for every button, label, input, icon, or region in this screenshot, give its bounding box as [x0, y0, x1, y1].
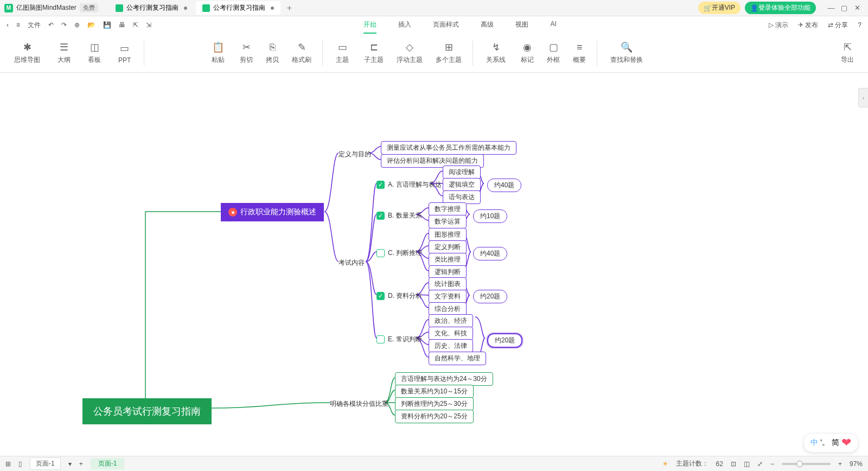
add-page-button[interactable]: + — [79, 460, 83, 468]
page-tab[interactable]: 页面-1 — [91, 458, 125, 469]
save-icon[interactable]: 💾 — [103, 21, 111, 29]
checkbox-icon[interactable] — [376, 292, 385, 300]
leaf-node[interactable]: 判断推理约为25～30分 — [395, 397, 474, 411]
layout2-icon[interactable]: ◫ — [744, 460, 750, 468]
find-replace-button[interactable]: 🔍查找和替换 — [603, 39, 650, 67]
checkbox-icon[interactable] — [376, 335, 385, 343]
leaf-node[interactable]: 类比推理 — [429, 253, 467, 266]
zoom-slider[interactable] — [782, 463, 831, 465]
login-button[interactable]: 👤 登录体验全部功能 — [745, 2, 816, 14]
close-button[interactable]: ✕ — [851, 4, 864, 12]
new-icon[interactable]: ⊕ — [74, 21, 80, 29]
float-topic-button[interactable]: ◇浮动主题 — [391, 39, 428, 67]
view-board[interactable]: ◫看板 — [80, 39, 108, 67]
zoom-in-button[interactable]: + — [838, 460, 842, 468]
view-grid-icon[interactable]: ⊞ — [5, 460, 11, 468]
cat-a[interactable]: A. 言语理解与表达 — [376, 179, 442, 190]
tab-ai[interactable]: AI — [550, 17, 556, 34]
leaf-node[interactable]: 数量关系约为10～15分 — [395, 385, 474, 398]
slider-thumb[interactable] — [796, 461, 803, 467]
tab-view[interactable]: 视图 — [515, 17, 528, 34]
leaf-node[interactable]: 数学运算 — [429, 215, 467, 228]
doc-tab-2[interactable]: 公考行测复习指南 — [196, 1, 280, 15]
undo-icon[interactable]: ↶ — [48, 21, 54, 29]
summary-badge[interactable]: 约40题 — [487, 179, 521, 192]
view-mindmap[interactable]: ✱思维导图 — [7, 39, 48, 67]
tab-adv[interactable]: 高级 — [481, 17, 494, 34]
leaf-node[interactable]: 资料分析约为20～25分 — [395, 410, 474, 423]
format-painter[interactable]: ✎格式刷 — [286, 39, 317, 67]
page-selector[interactable]: 页面-1 — [30, 457, 61, 470]
frame-button[interactable]: ▢外框 — [541, 39, 565, 67]
print-icon[interactable]: 🖶 — [119, 21, 125, 29]
leaf-node[interactable]: 历史、法律 — [429, 339, 473, 353]
summary-button[interactable]: ≡概要 — [567, 40, 591, 67]
publish-button[interactable]: ✈ 发布 — [798, 21, 818, 30]
tab-start[interactable]: 开始 — [363, 17, 376, 34]
summary-badge[interactable]: 约40题 — [473, 247, 507, 260]
leaf-node[interactable]: 数字推理 — [429, 202, 467, 216]
back-icon[interactable]: ‹ — [7, 21, 9, 29]
doc-tab-1[interactable]: 公考行测复习指南 — [109, 1, 194, 15]
leaf-node[interactable]: 言语理解与表达约为24～30分 — [395, 372, 493, 386]
share-button[interactable]: ⇄ 分享 — [828, 21, 848, 30]
leaf-node[interactable]: 自然科学、地理 — [429, 352, 486, 365]
root-node[interactable]: 公务员考试行测复习指南 — [82, 398, 212, 424]
fit-icon[interactable]: ⤢ — [757, 460, 763, 468]
paste-button[interactable]: 📋粘贴 — [204, 39, 232, 67]
topic-button[interactable]: ▭主题 — [328, 39, 356, 67]
help-icon[interactable]: ? — [858, 21, 861, 29]
copy-button[interactable]: ⎘拷贝 — [260, 40, 284, 67]
mark-button[interactable]: ◉标记 — [515, 39, 539, 67]
section-node[interactable]: ★行政职业能力测验概述 — [221, 203, 324, 221]
summary-badge-selected[interactable]: 约20题 — [487, 333, 522, 348]
content-node[interactable]: 考试内容 — [339, 257, 365, 269]
leaf-node[interactable]: 文字资料 — [429, 290, 467, 303]
maximize-button[interactable]: ▢ — [838, 4, 851, 12]
relation-button[interactable]: ↯关系线 — [478, 39, 513, 67]
cat-d[interactable]: D. 资料分析 — [376, 290, 422, 302]
leaf-node[interactable]: 文化、科技 — [429, 327, 473, 340]
view-ppt[interactable]: ▭PPT — [111, 40, 138, 66]
leaf-node[interactable]: 定义判断 — [429, 240, 467, 254]
layout-icon[interactable]: ⊡ — [731, 460, 736, 468]
minimize-button[interactable]: — — [825, 4, 838, 12]
present-button[interactable]: ▷ 演示 — [769, 21, 788, 30]
def-node[interactable]: 定义与目的 — [339, 149, 371, 160]
cat-c[interactable]: C. 判断推理 — [376, 247, 422, 259]
export-icon[interactable]: ⇱ — [133, 21, 138, 29]
tab-insert[interactable]: 插入 — [398, 17, 411, 34]
menu-icon[interactable]: ≡ — [16, 21, 20, 29]
side-panel-toggle[interactable]: ‹ — [858, 88, 868, 107]
view-outline[interactable]: ☰大纲 — [50, 39, 78, 67]
cat-b[interactable]: B. 数量关系 — [376, 210, 422, 221]
leaf-node[interactable]: 阅读理解 — [443, 166, 481, 179]
ime-indicator[interactable]: 中 '。 简 ❤ — [803, 433, 858, 453]
summary-badge[interactable]: 约20题 — [473, 290, 507, 303]
subtopic-button[interactable]: ⊏子主题 — [359, 39, 389, 67]
new-tab-button[interactable]: + — [283, 1, 296, 15]
leaf-node[interactable]: 政治、经济 — [429, 314, 473, 328]
page-menu-icon[interactable]: ▾ — [68, 460, 72, 468]
import-icon[interactable]: ⇲ — [146, 21, 151, 29]
checkbox-icon[interactable] — [376, 181, 385, 189]
file-menu[interactable]: 文件 — [28, 21, 41, 30]
summary-badge[interactable]: 约10题 — [473, 209, 507, 223]
vip-button[interactable]: 🛒 开通VIP — [698, 2, 741, 14]
canvas[interactable]: ‹ 公务员考试行测复习指南 ★行政职业能力测验 — [0, 73, 868, 456]
scores-node[interactable]: 明确各模块分值比重 — [330, 398, 388, 410]
leaf-node[interactable]: 统计图表 — [429, 277, 467, 291]
export-button[interactable]: ⇱导出 — [833, 39, 861, 67]
checkbox-icon[interactable] — [376, 212, 385, 220]
leaf-node[interactable]: 图形推理 — [429, 228, 467, 241]
cut-button[interactable]: ✂剪切 — [234, 39, 258, 67]
leaf-node[interactable]: 测量应试者从事公务员工作所需的基本能力 — [381, 141, 516, 155]
zoom-out-button[interactable]: − — [770, 460, 774, 468]
cat-e[interactable]: E. 常识判断 — [376, 334, 422, 345]
leaf-node[interactable]: 逻辑填空 — [443, 178, 481, 192]
open-icon[interactable]: 📂 — [87, 21, 95, 29]
redo-icon[interactable]: ↷ — [61, 21, 67, 29]
view-single-icon[interactable]: ▯ — [18, 460, 22, 468]
multi-topic-button[interactable]: ⊞多个主题 — [430, 39, 467, 67]
tab-page[interactable]: 页面样式 — [433, 17, 459, 34]
